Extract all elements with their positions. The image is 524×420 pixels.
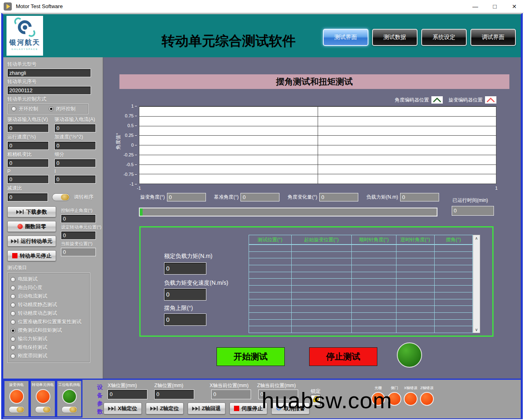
button-label: 伺服停止 — [242, 405, 263, 412]
radio-icon — [11, 345, 15, 350]
test-item-7[interactable]: 输出力矩测试 — [11, 335, 87, 343]
set-position-input[interactable]: 0 — [61, 231, 96, 240]
param-input[interactable]: 0 — [54, 159, 96, 167]
nav-button-3[interactable]: 调试界面 — [470, 29, 516, 46]
table-cell — [249, 292, 292, 299]
serial-label: 转动单元序号 — [7, 78, 100, 85]
table-row[interactable] — [249, 258, 472, 265]
param-input[interactable]: 0 — [54, 175, 96, 184]
param-input[interactable]: 0 — [7, 175, 49, 184]
z-cur-label: Z轴当前位置(mm) — [257, 382, 296, 389]
test-item-4[interactable]: 转动精度动态测试 — [11, 309, 87, 318]
nav-button-0[interactable]: 测试界面 — [323, 29, 368, 46]
param-input[interactable]: 0 — [7, 124, 49, 132]
chart-plot-area[interactable] — [139, 106, 496, 184]
runtime-readout: 0 — [452, 206, 494, 216]
serial-input[interactable]: 20200112 — [7, 86, 91, 95]
x-pos-input[interactable]: 0 — [108, 390, 147, 399]
test-item-3[interactable]: 转动精度静态测试 — [11, 301, 87, 309]
status-led-icon — [388, 392, 401, 406]
start-test-button[interactable]: 开始测试 — [217, 347, 285, 366]
status-led-row: 光栅侧门X轴错误Z轴错误 — [371, 385, 434, 406]
table-row[interactable] — [249, 252, 472, 259]
test-item-label: 刚度滞回测试 — [18, 353, 47, 359]
scroll-down-icon[interactable]: ∨ — [475, 327, 478, 332]
table-row[interactable] — [249, 279, 472, 286]
param-input[interactable]: 0 — [54, 124, 96, 132]
scroll-up-icon[interactable]: ∧ — [475, 236, 478, 240]
table-cell — [292, 272, 352, 279]
table-cell — [435, 320, 473, 326]
control-mode-label: 转动单元控制方式 — [7, 96, 100, 103]
minimize-button[interactable]: — — [466, 0, 485, 13]
table-row[interactable] — [249, 326, 472, 333]
legend-label: 旋变编码器位置 — [448, 97, 483, 104]
test-item-0[interactable]: 电阻测试 — [11, 275, 87, 284]
radio-icon — [11, 106, 16, 111]
swing-limit-input[interactable]: 0 — [164, 314, 206, 326]
model-input[interactable]: zhangli — [7, 69, 91, 77]
readout-label: 负载力矩(N.m) — [366, 194, 398, 201]
test-item-6[interactable]: 摆角测试和扭矩测试 — [11, 326, 87, 335]
lock-button[interactable] — [311, 395, 320, 406]
nav-button-1[interactable]: 测试数据 — [372, 29, 418, 46]
table-cell — [352, 265, 396, 272]
bottom-button-0[interactable]: X轴定位 — [104, 403, 142, 414]
swing-limit-label: 摆角上限(°) — [164, 305, 193, 312]
table-row[interactable] — [249, 272, 472, 279]
table-row[interactable] — [249, 245, 472, 252]
table-row[interactable] — [249, 286, 472, 292]
power-toggle[interactable] — [35, 406, 51, 413]
rated-torque-input[interactable]: 0 — [164, 262, 206, 275]
set-position-label: 设定转动单元位置(°) — [61, 224, 102, 230]
gridline — [139, 135, 496, 136]
status-led-icon — [404, 392, 418, 406]
x-pos-label: X轴位置(mm) — [108, 382, 137, 389]
z-pos-input[interactable]: 0 — [154, 390, 194, 399]
table-row[interactable] — [249, 313, 472, 320]
param-label: 加速度(°/s^2) — [54, 134, 97, 141]
param-input[interactable]: 0 — [7, 159, 49, 167]
table-cell — [435, 265, 473, 272]
angle-fields-column: 控制停止角度(°) 0 设定转动单元位置(°) 0 当前旋变位置(°) 0 — [61, 206, 102, 261]
power-toggle[interactable] — [9, 406, 25, 413]
table-cell — [352, 252, 396, 258]
table-cell — [396, 326, 435, 333]
power-label: 转动单元供电 — [32, 382, 54, 388]
readout-value: 0 — [167, 193, 206, 201]
control-mode-open-loop[interactable]: 开环控制 — [11, 105, 38, 113]
reduction-input[interactable]: 0 — [7, 193, 48, 201]
param-input[interactable]: 0 — [7, 141, 49, 150]
sidebar-button-0[interactable]: 下载参数 — [7, 206, 56, 217]
param-input[interactable]: 0 — [54, 141, 96, 150]
sidebar-button-1[interactable]: 圈数回零 — [7, 221, 56, 232]
bottom-button-4[interactable]: ↻取消报警 — [271, 403, 310, 414]
close-button[interactable]: ✕ — [505, 0, 524, 13]
stop-test-button[interactable]: 停止测试 — [309, 347, 377, 366]
test-item-5[interactable]: 位置准确度和位置重复性测试 — [11, 318, 87, 326]
stop-angle-input[interactable]: 0 — [61, 214, 96, 223]
sidebar-button-3[interactable]: 转动单元停止 — [7, 250, 56, 261]
bottom-button-1[interactable]: Z轴定位 — [146, 403, 184, 414]
table-row[interactable] — [249, 299, 472, 306]
torque-rate-input[interactable]: 0 — [164, 288, 206, 301]
sidebar-button-2[interactable]: 运行转动单元 — [7, 236, 56, 247]
power-toggle[interactable] — [61, 406, 78, 413]
table-row[interactable] — [249, 292, 472, 299]
test-item-8[interactable]: 断电保持测试 — [11, 343, 87, 352]
test-item-9[interactable]: 刚度滞回测试 — [11, 352, 87, 360]
tick-mark — [135, 174, 137, 175]
phase-toggle[interactable] — [52, 193, 70, 201]
bottom-button-3[interactable]: 伺服停止 — [230, 403, 267, 414]
table-row[interactable] — [249, 320, 472, 327]
stop-angle-label: 控制停止角度(°) — [61, 208, 102, 214]
bottom-button-2[interactable]: Z轴回退 — [188, 403, 225, 414]
test-item-2[interactable]: 启动电流测试 — [11, 292, 87, 301]
table-scrollbar[interactable]: ∧ ∨ — [473, 235, 480, 333]
maximize-button[interactable]: □ — [485, 0, 505, 13]
table-row[interactable] — [249, 306, 472, 313]
nav-button-2[interactable]: 系统设定 — [421, 29, 467, 46]
control-mode-closed-loop[interactable]: 闭环控制 — [49, 105, 76, 113]
table-row[interactable] — [249, 265, 472, 272]
test-item-1[interactable]: 跑合同心度 — [11, 284, 87, 292]
